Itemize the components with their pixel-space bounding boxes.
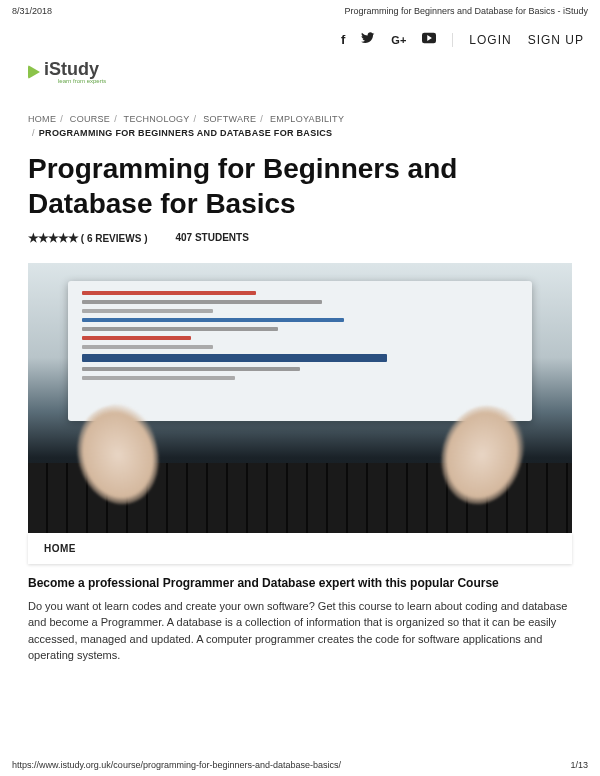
star-icons: ★★★★★ <box>28 231 78 245</box>
top-bar: f G+ LOGIN SIGN UP <box>0 26 600 59</box>
students-count: 407 STUDENTS <box>175 232 248 243</box>
hero-image <box>28 263 572 533</box>
logo-tagline: learn from experts <box>58 78 106 84</box>
logo-row: iStudy learn from experts <box>0 59 600 94</box>
signup-link[interactable]: SIGN UP <box>528 33 584 47</box>
logo-text: iStudy <box>44 59 106 80</box>
print-date: 8/31/2018 <box>12 6 52 16</box>
breadcrumb-employability[interactable]: EMPLOYABILITY <box>270 114 344 124</box>
breadcrumb-technology[interactable]: TECHNOLOGY <box>124 114 190 124</box>
breadcrumb-course[interactable]: COURSE <box>70 114 110 124</box>
facebook-icon[interactable]: f <box>341 32 345 47</box>
print-title: Programming for Beginners and Database f… <box>344 6 588 16</box>
rating-block: ★★★★★ ( 6 REVIEWS ) <box>28 231 147 245</box>
auth-links: LOGIN SIGN UP <box>452 33 584 47</box>
course-meta: ★★★★★ ( 6 REVIEWS ) 407 STUDENTS <box>28 231 572 245</box>
googleplus-icon[interactable]: G+ <box>391 34 406 46</box>
reviews-count: ( 6 REVIEWS ) <box>81 233 148 244</box>
screen-graphic <box>68 281 532 421</box>
breadcrumb: HOME/ COURSE/ TECHNOLOGY/ SOFTWARE/ EMPL… <box>28 112 572 141</box>
social-icons: f G+ <box>341 32 436 47</box>
breadcrumb-home[interactable]: HOME <box>28 114 56 124</box>
twitter-icon[interactable] <box>361 32 375 47</box>
youtube-icon[interactable] <box>422 32 436 47</box>
sub-heading: Become a professional Programmer and Dat… <box>28 576 572 590</box>
logo[interactable]: iStudy learn from experts <box>28 59 572 84</box>
body-paragraph: Do you want ot learn codes and create yo… <box>28 598 572 664</box>
print-url: https://www.istudy.org.uk/course/program… <box>12 760 341 770</box>
tab-bar: HOME <box>28 533 572 564</box>
tab-home[interactable]: HOME <box>44 543 76 554</box>
print-footer: https://www.istudy.org.uk/course/program… <box>12 760 588 770</box>
login-link[interactable]: LOGIN <box>469 33 511 47</box>
main-content: HOME/ COURSE/ TECHNOLOGY/ SOFTWARE/ EMPL… <box>0 94 600 664</box>
page-title: Programming for Beginners and Database f… <box>28 151 572 221</box>
print-page: 1/13 <box>570 760 588 770</box>
logo-play-icon <box>28 65 40 79</box>
print-header: 8/31/2018 Programming for Beginners and … <box>0 0 600 26</box>
breadcrumb-software[interactable]: SOFTWARE <box>203 114 256 124</box>
breadcrumb-current: PROGRAMMING FOR BEGINNERS AND DATABASE F… <box>39 128 333 138</box>
